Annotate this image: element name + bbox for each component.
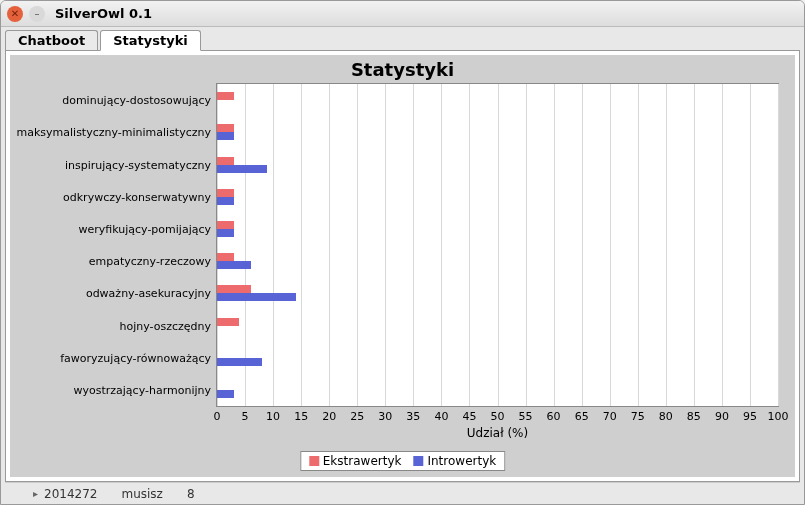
x-tick: 80	[659, 406, 673, 423]
legend-label: Introwertyk	[427, 454, 496, 468]
bar-introwertyk	[217, 197, 234, 205]
grid-line	[413, 84, 414, 406]
bar-introwertyk	[217, 229, 234, 237]
bar-ekstrawertyk	[217, 285, 251, 293]
y-tick-label: faworyzujący-równoważący	[60, 351, 217, 364]
x-tick: 55	[519, 406, 533, 423]
y-tick-label: odkrywczy-konserwatywny	[63, 190, 217, 203]
bar-introwertyk	[217, 390, 234, 398]
status-cell: 2014272	[44, 487, 97, 501]
x-tick: 10	[266, 406, 280, 423]
grid-line	[554, 84, 555, 406]
y-tick-label: empatyczny-rzeczowy	[89, 255, 217, 268]
y-tick-label: wyostrzający-harmonijny	[74, 383, 218, 396]
y-tick-label: inspirujący-systematyczny	[65, 158, 217, 171]
x-tick: 70	[603, 406, 617, 423]
bar-ekstrawertyk	[217, 157, 234, 165]
grid-line	[666, 84, 667, 406]
grid-line	[750, 84, 751, 406]
x-tick: 95	[743, 406, 757, 423]
x-tick: 25	[350, 406, 364, 423]
x-tick: 20	[322, 406, 336, 423]
grid-line	[526, 84, 527, 406]
grid-line	[301, 84, 302, 406]
y-tick-label: weryfikujący-pomijający	[79, 222, 218, 235]
grid-line	[329, 84, 330, 406]
tabbar: Chatboot Statystyki	[1, 27, 804, 50]
x-tick: 90	[715, 406, 729, 423]
grid-line	[610, 84, 611, 406]
chart-title: Statystyki	[10, 55, 795, 84]
status-cell: musisz	[121, 487, 162, 501]
close-icon[interactable]: ✕	[7, 6, 23, 22]
grid-line	[638, 84, 639, 406]
grid-line	[694, 84, 695, 406]
status-row: ▸ 2014272 musisz 8	[5, 482, 800, 504]
x-tick: 5	[242, 406, 249, 423]
grid-line	[469, 84, 470, 406]
grid-line	[582, 84, 583, 406]
x-tick: 35	[406, 406, 420, 423]
x-tick: 65	[575, 406, 589, 423]
legend-item-ekstrawertyk: Ekstrawertyk	[309, 454, 402, 468]
grid-line	[357, 84, 358, 406]
y-tick-label: odważny-asekuracyjny	[86, 287, 217, 300]
bar-ekstrawertyk	[217, 189, 234, 197]
bar-introwertyk	[217, 358, 262, 366]
y-tick-label: dominujący-dostosowujący	[62, 94, 217, 107]
grid-line	[722, 84, 723, 406]
swatch-icon	[413, 456, 423, 466]
bar-introwertyk	[217, 293, 296, 301]
bar-ekstrawertyk	[217, 124, 234, 132]
x-tick: 100	[768, 406, 789, 423]
bar-ekstrawertyk	[217, 318, 239, 326]
grid-line	[273, 84, 274, 406]
x-axis-label: Udział (%)	[467, 426, 528, 440]
x-tick: 75	[631, 406, 645, 423]
bar-introwertyk	[217, 132, 234, 140]
tab-chatboot[interactable]: Chatboot	[5, 30, 98, 50]
x-tick: 85	[687, 406, 701, 423]
chevron-right-icon: ▸	[33, 488, 38, 499]
x-tick: 50	[491, 406, 505, 423]
swatch-icon	[309, 456, 319, 466]
minimize-icon[interactable]: –	[29, 6, 45, 22]
y-tick-label: hojny-oszczędny	[119, 319, 217, 332]
x-tick: 0	[214, 406, 221, 423]
legend-label: Ekstrawertyk	[323, 454, 402, 468]
x-tick: 40	[434, 406, 448, 423]
status-cell: 8	[187, 487, 195, 501]
grid-line	[441, 84, 442, 406]
grid-line	[498, 84, 499, 406]
tab-statystyki[interactable]: Statystyki	[100, 30, 201, 51]
bar-ekstrawertyk	[217, 92, 234, 100]
titlebar: ✕ – SilverOwl 0.1	[1, 1, 804, 27]
chart-frame: Statystyki Udział (%) 051015202530354045…	[10, 55, 795, 477]
app-window: ✕ – SilverOwl 0.1 Chatboot Statystyki St…	[0, 0, 805, 505]
bar-ekstrawertyk	[217, 221, 234, 229]
bar-ekstrawertyk	[217, 253, 234, 261]
grid-line	[385, 84, 386, 406]
bar-introwertyk	[217, 165, 267, 173]
chart-plot: Udział (%) 05101520253035404550556065707…	[216, 83, 779, 407]
x-tick: 30	[378, 406, 392, 423]
grid-line	[778, 84, 779, 406]
x-tick: 60	[547, 406, 561, 423]
x-tick: 15	[294, 406, 308, 423]
chart-legend: Ekstrawertyk Introwertyk	[300, 451, 505, 471]
bar-introwertyk	[217, 261, 251, 269]
content-panel: Statystyki Udział (%) 051015202530354045…	[5, 50, 800, 482]
window-title: SilverOwl 0.1	[55, 6, 152, 21]
legend-item-introwertyk: Introwertyk	[413, 454, 496, 468]
y-tick-label: maksymalistyczny-minimalistyczny	[17, 126, 218, 139]
x-tick: 45	[462, 406, 476, 423]
